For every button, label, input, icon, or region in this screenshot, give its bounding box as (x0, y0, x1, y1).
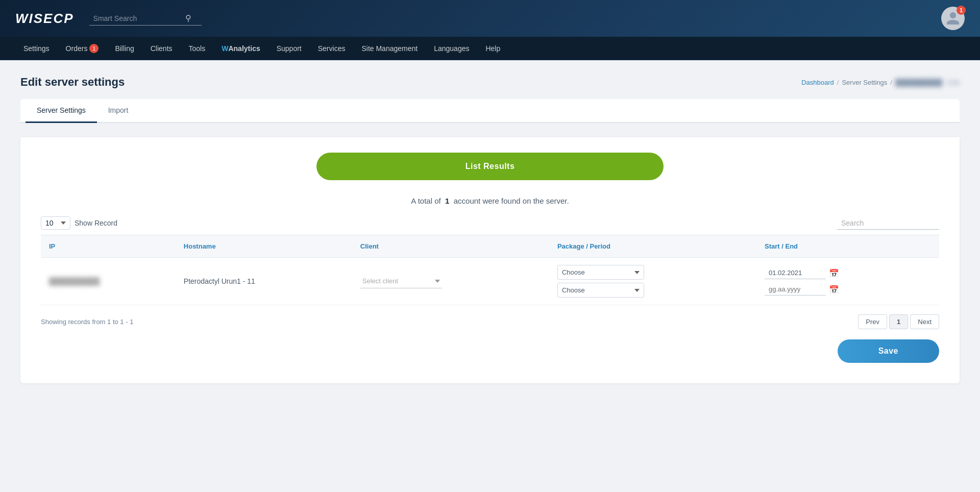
package-select-2[interactable]: Choose (557, 283, 644, 298)
orders-badge: 1 (89, 44, 99, 53)
nav-item-support[interactable]: Support (268, 37, 310, 60)
col-header-client: Client (352, 235, 549, 258)
table-header-row: IP Hostname Client Package / Period Star… (41, 235, 939, 258)
cell-client: Select client (352, 258, 549, 305)
breadcrumb-dashboard[interactable]: Dashboard (801, 79, 834, 86)
breadcrumb-row: Edit server settings Dashboard / Server … (20, 76, 960, 89)
page-number-button[interactable]: 1 (889, 314, 908, 329)
calendar-icon-start[interactable]: 📅 (829, 268, 839, 278)
nav-item-orders[interactable]: Orders 1 (58, 37, 107, 60)
smart-search-input[interactable] (93, 14, 185, 22)
calendar-icon-end[interactable]: 📅 (829, 285, 839, 294)
tabs-row: Server Settings Import (20, 99, 960, 123)
client-select[interactable]: Select client (360, 274, 442, 288)
logo: WISECP (15, 11, 74, 27)
notification-badge: 1 (957, 6, 966, 15)
nav-item-wanalytics[interactable]: WAnalytics (213, 37, 268, 60)
table-row: ██████████ Pterodactyl Urun1 - 11 Select… (41, 258, 939, 305)
page-content: Edit server settings Dashboard / Server … (0, 60, 980, 492)
nav-item-services[interactable]: Services (310, 37, 354, 60)
nav-item-languages[interactable]: Languages (426, 37, 477, 60)
nav-item-clients[interactable]: Clients (142, 37, 181, 60)
start-date-row: 📅 (765, 267, 931, 279)
save-row: Save (41, 339, 939, 363)
table-controls: 10 25 50 100 Show Record (41, 216, 939, 230)
tab-server-settings[interactable]: Server Settings (26, 99, 97, 123)
show-record-wrap: 10 25 50 100 Show Record (41, 216, 117, 230)
cell-hostname: Pterodactyl Urun1 - 11 (176, 258, 352, 305)
col-header-package: Package / Period (549, 235, 756, 258)
hostname-value: Pterodactyl Urun1 - 11 (184, 277, 255, 285)
main-card: List Results A total of 1 account were f… (20, 137, 960, 383)
search-bar: ⚲ (89, 11, 202, 26)
pagination-row: Showing records from 1 to 1 - 1 Prev 1 N… (41, 314, 939, 329)
package-col: Choose Choose (557, 265, 748, 298)
page-title: Edit server settings (20, 76, 125, 89)
cell-ip: ██████████ (41, 258, 176, 305)
date-col: 📅 📅 (765, 267, 931, 296)
nav-item-billing[interactable]: Billing (107, 37, 142, 60)
header-right: 1 (941, 7, 965, 30)
ip-value: ██████████ (49, 277, 100, 285)
summary-text: A total of 1 account were found on the s… (41, 196, 939, 205)
showing-records: Showing records from 1 to 1 - 1 (41, 318, 133, 326)
end-date-input[interactable] (765, 283, 826, 296)
breadcrumb-current: ██████████ - Edit (895, 79, 960, 86)
cell-package: Choose Choose (549, 258, 756, 305)
show-record-select[interactable]: 10 25 50 100 (41, 216, 70, 230)
col-header-hostname: Hostname (176, 235, 352, 258)
table-search-input[interactable] (837, 217, 939, 230)
nav-item-help[interactable]: Help (477, 37, 508, 60)
search-input-wrap (837, 217, 939, 230)
search-icon-button[interactable]: ⚲ (185, 13, 191, 23)
nav-item-site-management[interactable]: Site Management (353, 37, 426, 60)
nav-item-tools[interactable]: Tools (181, 37, 214, 60)
col-header-ip: IP (41, 235, 176, 258)
breadcrumb: Dashboard / Server Settings / ██████████… (801, 79, 960, 86)
top-header: WISECP ⚲ 1 (0, 0, 980, 37)
package-select-1[interactable]: Choose (557, 265, 644, 280)
col-header-start-end: Start / End (756, 235, 939, 258)
end-date-row: 📅 (765, 283, 931, 296)
list-results-button[interactable]: List Results (316, 153, 664, 180)
breadcrumb-server-settings: Server Settings (842, 79, 887, 86)
data-table: IP Hostname Client Package / Period Star… (41, 235, 939, 305)
pagination-buttons: Prev 1 Next (858, 314, 939, 329)
avatar-wrap[interactable]: 1 (941, 7, 965, 30)
cell-start-end: 📅 📅 (756, 258, 939, 305)
prev-button[interactable]: Prev (858, 314, 887, 329)
start-date-input[interactable] (765, 267, 826, 279)
main-nav: Settings Orders 1 Billing Clients Tools … (0, 37, 980, 60)
save-button[interactable]: Save (838, 339, 939, 363)
show-record-label: Show Record (75, 219, 117, 227)
tab-import[interactable]: Import (97, 99, 140, 123)
nav-item-settings[interactable]: Settings (15, 37, 58, 60)
next-button[interactable]: Next (910, 314, 939, 329)
